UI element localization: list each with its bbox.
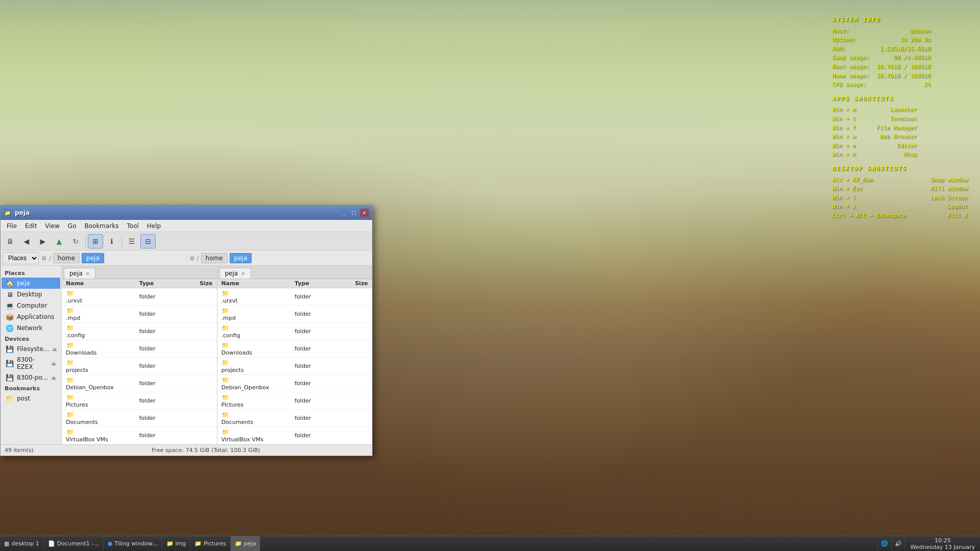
sidebar-item-computer[interactable]: 💻 Computer [2, 300, 60, 311]
file-row[interactable]: 📁Documents folder [62, 410, 217, 427]
status-free-space: Free space: 74.5 GiB (Total: 100.3 GiB) [44, 447, 368, 454]
menu-bookmarks[interactable]: Bookmarks [80, 221, 122, 231]
file-row[interactable]: 📁Debian_Openbox folder [217, 375, 373, 392]
menu-bar: File Edit View Go Bookmarks Tool Help [1, 220, 372, 232]
location-bar: Places 🖥 / home peja 🖥 / home peja [1, 251, 372, 266]
menu-help[interactable]: Help [143, 221, 165, 231]
sidebar-post-label: post [17, 395, 30, 402]
sidebar-8300po-label: 8300-po... [17, 374, 48, 381]
back-button[interactable]: ◀ [19, 234, 34, 248]
close-button[interactable]: ✕ [360, 209, 369, 217]
icon-view-button[interactable]: ⊞ [88, 234, 103, 248]
left-tab-peja[interactable]: peja ✕ [64, 268, 95, 279]
menu-file[interactable]: File [3, 221, 21, 231]
sidebar-item-8300po[interactable]: 💾 8300-po... ⏏ [2, 372, 60, 383]
col-type-left: Type [137, 280, 188, 287]
new-window-button[interactable]: 🖥 [3, 234, 18, 248]
sidebar-item-post[interactable]: 📁 post [2, 393, 60, 404]
sidebar-peja-label: peja [17, 280, 30, 287]
sound-tray[interactable]: 🔊 [891, 536, 905, 552]
left-file-header: Name Type Size [62, 279, 217, 288]
taskbar-desktop1[interactable]: ▦ desktop 1 [0, 536, 44, 552]
taskbar-pictures[interactable]: 📁 Pictures [190, 536, 231, 552]
sidebar-fs-label: Filesyste... [17, 345, 49, 353]
taskbar-tiling[interactable]: ● Tiling window... [104, 536, 162, 552]
file-name: 📁VirtualBox VMs [64, 428, 137, 443]
places-dropdown[interactable]: Places [3, 252, 39, 264]
right-pane: peja ✕ Name Type Size 📁.urxvt folder [217, 266, 373, 444]
img-label: img [176, 540, 186, 547]
sidebar-item-filesystem[interactable]: 💾 Filesyste... ⏏ [2, 343, 60, 355]
doc-icon: 📄 [48, 540, 55, 547]
file-name: 📁VirtualBox VMs [219, 428, 293, 443]
right-tab-close[interactable]: ✕ [241, 271, 245, 277]
sidebar-item-network[interactable]: 🌐 Network [2, 322, 60, 334]
right-location: 🖥 / home peja [186, 253, 371, 263]
sidebar-item-8300ezex[interactable]: 💾 8300-EZEX ⏏ [2, 355, 60, 372]
eject-icon-3[interactable]: ⏏ [52, 375, 56, 381]
status-item-count: 49 item(s) [5, 447, 34, 454]
file-row[interactable]: 📁VirtualBox VMs folder [62, 427, 217, 444]
right-tab-label: peja [225, 270, 238, 277]
forward-button[interactable]: ▶ [35, 234, 51, 248]
sidebar-item-applications[interactable]: 📦 Applications [2, 311, 60, 322]
clock[interactable]: 10:25 Wednesday 13 January [905, 536, 980, 552]
taskbar-peja[interactable]: 📁 peja [231, 536, 261, 552]
taskbar-img[interactable]: 📁 img [162, 536, 191, 552]
file-row[interactable]: 📁projects folder [217, 358, 373, 375]
file-row[interactable]: 📁Pictures folder [217, 392, 373, 410]
file-name: 📁Debian_Openbox [64, 376, 137, 391]
detail-view-button[interactable]: ⊟ [140, 234, 156, 248]
sidebar-item-desktop[interactable]: 🖥 Desktop [2, 289, 60, 300]
network-tray[interactable]: 🌐 [877, 536, 891, 552]
location-right-current[interactable]: peja [230, 253, 252, 263]
location-right-home[interactable]: home [201, 253, 228, 263]
file-row[interactable]: 📁projects folder [62, 358, 217, 375]
file-row[interactable]: 📁.urxvt folder [217, 288, 373, 306]
eject-icon-2[interactable]: ⏏ [52, 361, 56, 366]
file-name: 📁Debian_Openbox [219, 376, 293, 391]
file-name: 📁Downloads [219, 341, 293, 356]
file-row[interactable]: 📁Downloads folder [62, 340, 217, 358]
file-name: 📁.mpd [64, 307, 137, 321]
file-row[interactable]: 📁.mpd folder [62, 306, 217, 323]
file-row[interactable]: 📁Documents folder [217, 410, 373, 427]
reload-button[interactable]: ↻ [68, 234, 83, 248]
file-type: folder [292, 328, 343, 335]
location-home[interactable]: home [53, 253, 80, 263]
file-name: 📁projects [64, 359, 137, 373]
info-button[interactable]: ℹ [104, 234, 119, 248]
file-row[interactable]: 📁VirtualBox VMs folder [217, 427, 373, 444]
menu-edit[interactable]: Edit [21, 221, 41, 231]
taskbar-document1[interactable]: 📄 Document1 -... [44, 536, 104, 552]
content-area: peja ✕ Name Type Size 📁.urxvt folder [62, 266, 372, 444]
list-view-button[interactable]: ☰ [124, 234, 139, 248]
folder-icon: 📁 [222, 341, 230, 349]
file-row[interactable]: 📁.urxvt folder [62, 288, 217, 306]
location-current[interactable]: peja [82, 253, 104, 263]
file-row[interactable]: 📁Debian_Openbox folder [62, 375, 217, 392]
pictures-icon: 📁 [194, 540, 202, 547]
minimize-button[interactable]: _ [339, 209, 349, 217]
file-row[interactable]: 📁Pictures folder [62, 392, 217, 410]
file-type: folder [292, 415, 343, 421]
network-tray-icon: 🌐 [881, 540, 888, 547]
menu-go[interactable]: Go [64, 221, 81, 231]
sidebar-item-peja[interactable]: 🏠 peja [2, 278, 60, 289]
menu-tool[interactable]: Tool [123, 221, 143, 231]
up-button[interactable]: ▲ [52, 234, 67, 248]
maximize-button[interactable]: □ [350, 209, 359, 217]
file-row[interactable]: 📁Downloads folder [217, 340, 373, 358]
left-tab-close[interactable]: ✕ [86, 271, 90, 277]
loc-sep-1: 🖥 [41, 255, 47, 262]
right-tab-peja[interactable]: peja ✕ [219, 268, 251, 279]
drive-icon-3: 💾 [6, 373, 14, 382]
menu-view[interactable]: View [41, 221, 63, 231]
file-row[interactable]: 📁.config folder [62, 323, 217, 340]
window-icon: 📁 [4, 209, 12, 217]
eject-icon-1[interactable]: ⏏ [52, 346, 57, 352]
col-name-left: Name [64, 280, 137, 287]
file-type: folder [137, 345, 188, 352]
file-row[interactable]: 📁.config folder [217, 323, 373, 340]
file-row[interactable]: 📁.mpd folder [217, 306, 373, 323]
